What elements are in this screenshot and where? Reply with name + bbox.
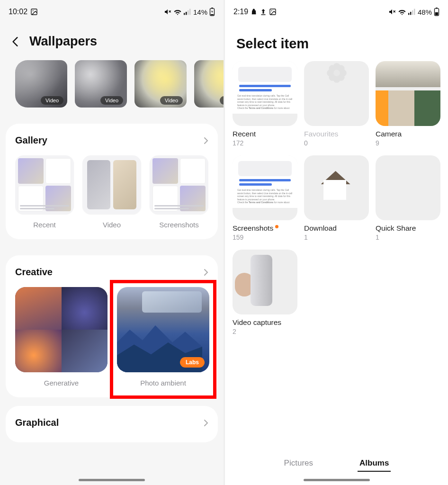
album-count: 1 (376, 234, 440, 241)
album-item[interactable]: Camera9 (376, 61, 440, 147)
svg-rect-4 (184, 13, 185, 15)
svg-point-13 (271, 10, 272, 11)
creative-label: Photo ambient (140, 379, 186, 387)
svg-rect-17 (410, 12, 411, 15)
svg-rect-19 (414, 9, 415, 15)
gallery-item-screenshots[interactable]: Screenshots (150, 155, 208, 229)
video-badge: Video (160, 96, 183, 105)
video-wallpaper-thumb[interactable]: Video (15, 60, 67, 108)
album-thumb[interactable] (233, 250, 297, 314)
battery-text: 14% (193, 8, 207, 16)
album-item[interactable]: Favourites0 (304, 61, 369, 147)
creative-label: Generative (44, 379, 79, 387)
image-icon (30, 8, 38, 16)
video-wallpaper-thumb[interactable]: Video (194, 60, 224, 108)
video-wallpaper-thumb[interactable]: Video (75, 60, 127, 108)
select-item-screen: 2:19 48% Select item Get real-time trans… (224, 0, 448, 485)
svg-rect-9 (211, 8, 213, 9)
wallpapers-screen: 10:02 14% Wallpapers Video Video Video V… (0, 0, 224, 485)
graphical-header[interactable]: Graphical (15, 417, 208, 428)
album-thumb[interactable] (304, 155, 369, 220)
bottom-tabs: Pictures Albums (225, 456, 448, 472)
creative-header[interactable]: Creative (15, 267, 208, 278)
gallery-label: Video (103, 221, 121, 229)
status-bar-left: 10:02 14% (0, 0, 224, 21)
wifi-icon (398, 9, 406, 15)
gallery-item-recent[interactable]: Recent (15, 155, 74, 229)
section-title: Graphical (15, 417, 59, 428)
album-label: Screenshots (233, 224, 297, 233)
gallery-header[interactable]: Gallery (15, 135, 208, 146)
signal-icon (184, 9, 191, 15)
album-label: Download (304, 224, 369, 233)
chevron-right-icon (204, 419, 208, 427)
video-badge: Video (100, 96, 123, 105)
album-label: Favourites (304, 130, 369, 138)
album-label: Video captures (233, 318, 297, 327)
svg-rect-7 (189, 9, 190, 15)
gallery-label: Screenshots (159, 221, 198, 229)
svg-rect-22 (435, 12, 438, 15)
album-label: Quick Share (376, 224, 440, 233)
mute-icon (164, 8, 171, 16)
section-title: Creative (15, 267, 53, 278)
svg-rect-11 (261, 14, 266, 15)
video-badge: Video (41, 96, 63, 105)
battery-icon (434, 8, 439, 16)
album-label: Camera (376, 130, 440, 138)
album-count: 159 (233, 234, 297, 241)
wifi-icon (173, 9, 182, 15)
album-item[interactable]: Download1 (304, 155, 369, 241)
gesture-bar[interactable] (304, 479, 370, 481)
tab-pictures[interactable]: Pictures (282, 456, 315, 472)
album-item[interactable]: Quick Share1 (376, 155, 440, 241)
album-label: Recent (233, 130, 297, 138)
page-title: Select item (236, 36, 437, 52)
bag-icon (251, 8, 258, 16)
battery-text: 48% (418, 8, 432, 16)
svg-rect-18 (412, 10, 413, 15)
graphical-section: Graphical (6, 406, 218, 442)
gesture-bar[interactable] (79, 479, 145, 481)
svg-point-31 (333, 70, 340, 76)
new-dot-icon (275, 225, 278, 228)
creative-item-photo-ambient[interactable]: Labs Photo ambient (117, 287, 209, 387)
status-time: 10:02 (9, 8, 27, 16)
svg-rect-21 (436, 8, 438, 9)
album-item[interactable]: Get real-time translation during calls. … (233, 155, 297, 241)
highlight-annotation: Labs Photo ambient (110, 280, 216, 399)
image-icon (269, 8, 277, 16)
video-wallpaper-thumb[interactable]: Video (134, 60, 187, 108)
gallery-item-video[interactable]: Video (82, 155, 141, 229)
labs-badge: Labs (180, 357, 205, 368)
album-thumb[interactable] (376, 155, 440, 220)
chevron-right-icon (204, 137, 208, 144)
album-thumb[interactable]: Get real-time translation during calls. … (233, 61, 297, 126)
album-thumb[interactable]: Get real-time translation during calls. … (233, 155, 297, 220)
album-count: 9 (376, 139, 440, 147)
battery-icon (209, 8, 215, 16)
album-grid: Get real-time translation during calls. … (225, 61, 448, 335)
gallery-label: Recent (33, 221, 56, 229)
tab-albums[interactable]: Albums (358, 456, 391, 472)
back-button[interactable] (9, 36, 21, 47)
screen-header: Wallpapers (0, 21, 224, 60)
video-wallpaper-row[interactable]: Video Video Video Video (0, 60, 224, 108)
album-item[interactable]: Video captures2 (233, 250, 297, 335)
album-count: 172 (233, 139, 297, 147)
svg-rect-5 (186, 12, 187, 15)
album-count: 2 (233, 328, 297, 335)
album-thumb[interactable] (376, 61, 440, 126)
album-item[interactable]: Get real-time translation during calls. … (233, 61, 297, 147)
status-time: 2:19 (233, 8, 248, 16)
page-title: Wallpapers (29, 34, 97, 49)
album-count: 0 (304, 139, 369, 147)
album-count: 1 (304, 234, 369, 241)
chevron-left-icon (12, 36, 18, 47)
album-thumb[interactable] (304, 61, 369, 126)
gallery-section: Gallery Recent Video Screenshots (6, 124, 218, 239)
creative-item-generative[interactable]: Generative (15, 287, 108, 387)
svg-point-1 (33, 10, 34, 11)
section-title: Gallery (15, 135, 47, 146)
chevron-right-icon (204, 269, 208, 276)
